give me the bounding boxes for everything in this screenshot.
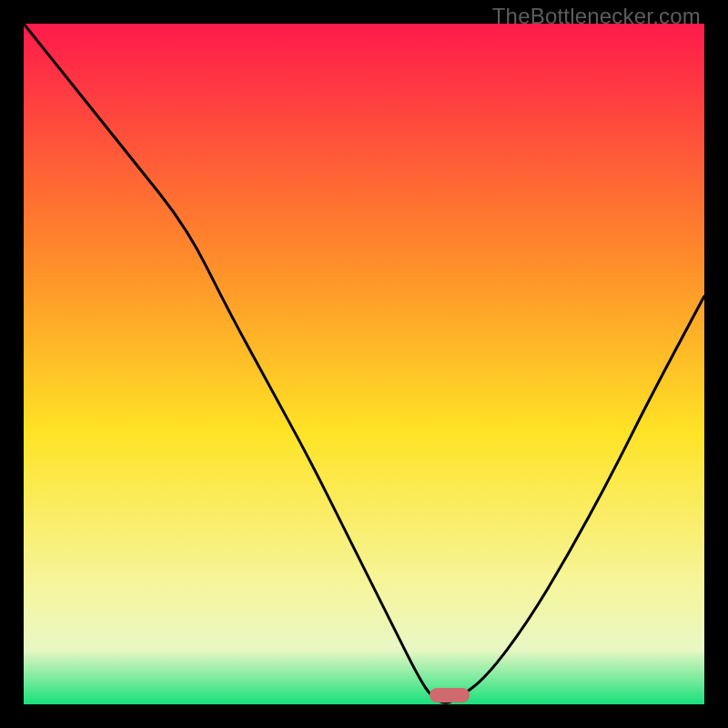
optimal-marker xyxy=(430,688,470,703)
plot-area xyxy=(24,24,704,704)
bottleneck-curve xyxy=(24,24,704,704)
curve-path xyxy=(24,24,704,703)
chart-frame: TheBottlenecker.com xyxy=(0,0,728,728)
